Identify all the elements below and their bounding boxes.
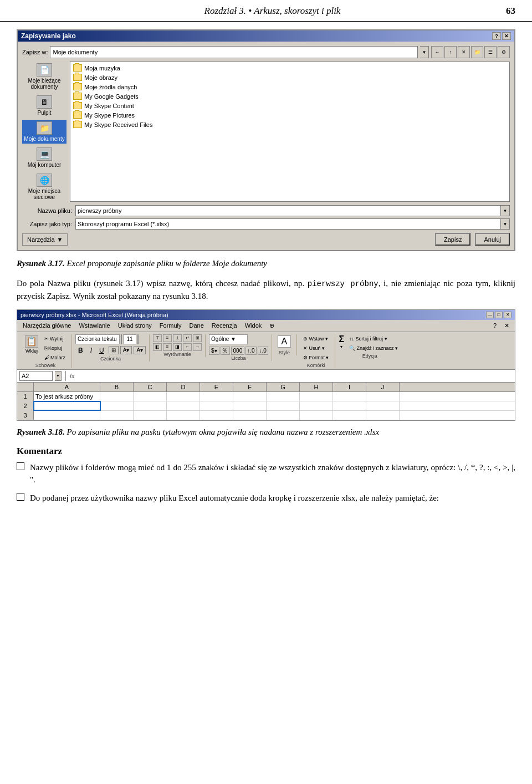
percent-btn[interactable]: %: [221, 347, 230, 355]
bold-btn[interactable]: B: [75, 345, 86, 355]
menu-view[interactable]: Widok: [242, 321, 265, 330]
col-header-B[interactable]: B: [100, 383, 134, 391]
save-in-combo-arrow[interactable]: ▼: [420, 46, 429, 58]
align-left-btn[interactable]: ◧: [153, 343, 162, 351]
cell-E1[interactable]: [200, 392, 233, 401]
indent-increase-btn[interactable]: →: [193, 343, 202, 351]
cell-C2[interactable]: [134, 401, 167, 410]
view-btn[interactable]: ☰: [484, 46, 497, 58]
menu-close-btn[interactable]: ✕: [501, 321, 513, 330]
fill-color-btn[interactable]: A▾: [120, 346, 132, 354]
filetype-combo-arrow[interactable]: ▼: [501, 218, 510, 230]
cell-C1[interactable]: [134, 392, 167, 401]
menu-review[interactable]: Recenzja: [208, 321, 241, 330]
indent-decrease-btn[interactable]: ←: [183, 343, 192, 351]
menu-extra[interactable]: ⊕: [266, 321, 278, 330]
maximize-btn[interactable]: □: [495, 312, 503, 318]
dialog-close-btn[interactable]: ✕: [502, 32, 511, 40]
wrap-text-btn[interactable]: ↵: [183, 334, 192, 342]
menu-formulas[interactable]: Formuły: [156, 321, 185, 330]
cell-J3[interactable]: [366, 411, 400, 420]
col-header-I[interactable]: I: [333, 383, 366, 391]
col-header-H[interactable]: H: [300, 383, 333, 391]
cell-E3[interactable]: [200, 411, 233, 420]
sidebar-item-network[interactable]: 🌐 Moje miejsca sieciowe: [22, 172, 66, 202]
col-header-A[interactable]: A: [34, 383, 100, 391]
align-bottom-btn[interactable]: ⊥: [173, 334, 182, 342]
sidebar-item-computer[interactable]: 💻 Mój komputer: [22, 146, 66, 170]
cell-B3[interactable]: [100, 411, 134, 420]
file-item-1[interactable]: Moje obrazy: [71, 73, 508, 82]
filename-combo-arrow[interactable]: ▼: [501, 205, 510, 216]
formula-input[interactable]: [79, 371, 513, 381]
cell-I2[interactable]: [333, 401, 366, 410]
format-cell-btn[interactable]: ⚙ Format ▾: [300, 353, 332, 362]
col-header-G[interactable]: G: [267, 383, 300, 391]
menu-data[interactable]: Dane: [186, 321, 207, 330]
find-select-btn[interactable]: 🔍 Znajdź i zaznacz ▾: [346, 344, 401, 353]
menu-home[interactable]: Narzędzia główne: [19, 321, 74, 330]
nav-up-btn[interactable]: ↑: [444, 46, 457, 58]
filetype-input[interactable]: Skoroszyt programu Excel (*.xlsx): [75, 218, 501, 230]
border-btn[interactable]: ⊞: [109, 346, 119, 354]
cell-B2[interactable]: [100, 401, 134, 410]
cell-A1[interactable]: To jest arkusz próbny: [34, 392, 100, 401]
thousand-btn[interactable]: 000: [231, 347, 245, 355]
file-item-6[interactable]: My Skype Received Files: [71, 120, 508, 129]
cell-F1[interactable]: [233, 392, 267, 401]
tools-button[interactable]: Narzędzia ▼: [22, 233, 68, 246]
menu-insert[interactable]: Wstawianie: [75, 321, 113, 330]
italic-btn[interactable]: I: [88, 345, 95, 355]
menu-page-layout[interactable]: Układ strony: [115, 321, 155, 330]
cell-G3[interactable]: [267, 411, 300, 420]
cancel-button[interactable]: Anuluj: [475, 233, 510, 246]
nav-back-btn[interactable]: ←: [431, 46, 443, 58]
cell-F2[interactable]: [233, 401, 267, 410]
cell-H2[interactable]: [300, 401, 333, 410]
save-in-combo[interactable]: Moje dokumenty: [50, 46, 418, 58]
name-box[interactable]: A2: [19, 371, 53, 381]
cell-G2[interactable]: [267, 401, 300, 410]
sidebar-item-desktop[interactable]: 🖥 Pulpit: [22, 94, 66, 118]
currency-btn[interactable]: $▾: [209, 347, 219, 355]
cell-D3[interactable]: [167, 411, 200, 420]
cell-A3[interactable]: [34, 411, 100, 420]
merge-btn[interactable]: ⊞: [193, 334, 202, 342]
delete-cell-btn[interactable]: ✕ Usuń ▾: [300, 344, 332, 353]
cell-J2[interactable]: [366, 401, 400, 410]
cut-btn[interactable]: ✂ Wytnij: [42, 334, 68, 343]
cell-D2[interactable]: [167, 401, 200, 410]
file-item-5[interactable]: My Skype Pictures: [71, 110, 508, 120]
file-item-4[interactable]: My Skype Content: [71, 101, 508, 110]
dialog-help-btn[interactable]: ?: [492, 32, 501, 40]
font-color-btn[interactable]: A▾: [134, 346, 146, 354]
cell-C3[interactable]: [134, 411, 167, 420]
number-format-combo[interactable]: Ogólne ▼: [209, 334, 248, 344]
close-btn[interactable]: ✕: [504, 312, 511, 318]
cell-I3[interactable]: [333, 411, 366, 420]
menu-help[interactable]: ?: [490, 321, 500, 330]
align-center-btn[interactable]: ≡: [163, 343, 172, 351]
font-size-input[interactable]: 11: [123, 334, 136, 344]
cell-B1[interactable]: [100, 392, 134, 401]
copy-btn[interactable]: ⎘ Kopiuj: [42, 344, 68, 353]
save-button[interactable]: Zapisz: [435, 233, 470, 246]
paste-btn[interactable]: 📋 Wklej: [23, 334, 40, 355]
underline-btn[interactable]: U: [96, 345, 107, 355]
cell-J1[interactable]: [366, 392, 400, 401]
cell-F3[interactable]: [233, 411, 267, 420]
sum-btn[interactable]: Σ ▾: [339, 334, 344, 349]
sort-filter-btn[interactable]: ↑↓ Sortuj i filtruj ▾: [346, 334, 401, 343]
align-right-btn[interactable]: ◨: [173, 343, 182, 351]
sidebar-item-recent[interactable]: 📄 Moje bieżące dokumenty: [22, 62, 66, 91]
col-header-F[interactable]: F: [233, 383, 267, 391]
align-middle-btn[interactable]: ≡: [163, 334, 172, 342]
font-name-input[interactable]: Czcionka tekstu: [75, 334, 120, 344]
new-folder-btn[interactable]: 📁: [471, 46, 483, 58]
delete-btn[interactable]: ✕: [458, 46, 470, 58]
col-header-C[interactable]: C: [134, 383, 167, 391]
format-painter-btn[interactable]: 🖌 Malarz: [42, 353, 68, 362]
col-header-J[interactable]: J: [366, 383, 400, 391]
col-header-E[interactable]: E: [200, 383, 233, 391]
cell-H3[interactable]: [300, 411, 333, 420]
